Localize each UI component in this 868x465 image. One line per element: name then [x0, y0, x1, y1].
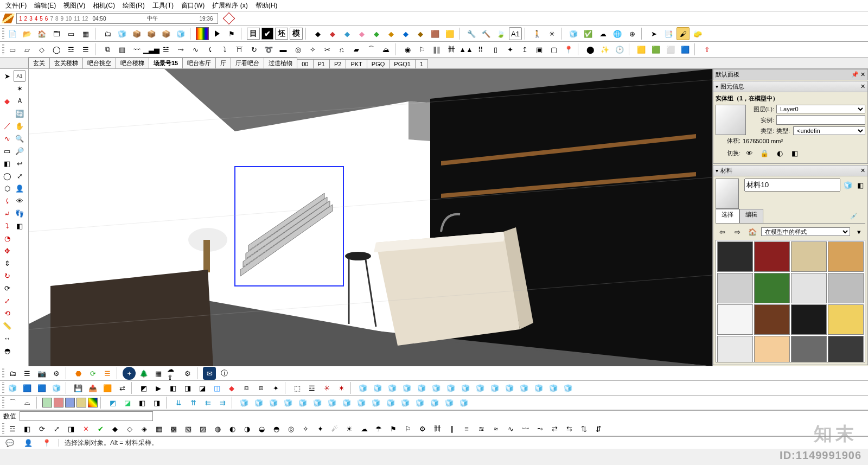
- tray-title[interactable]: 默认面板 📌 ✕: [713, 69, 868, 80]
- cubev-icon[interactable]: 🧊: [399, 396, 412, 409]
- diamond-gold-icon[interactable]: ◆: [385, 27, 398, 40]
- u5-icon[interactable]: ◆: [225, 381, 238, 394]
- new-file-icon[interactable]: 📄: [6, 27, 19, 40]
- unk-icon[interactable]: ▨: [196, 422, 209, 435]
- unk-icon[interactable]: ◓: [270, 422, 283, 435]
- cube-arr-icon[interactable]: 🧊: [459, 381, 472, 394]
- cube-arr-icon[interactable]: 🧊: [430, 381, 443, 394]
- cube-arr-icon[interactable]: 🧊: [518, 381, 531, 394]
- bridge2-icon[interactable]: ⛰: [379, 43, 392, 56]
- layers-icon[interactable]: 🗂: [101, 27, 114, 40]
- protractor-tool-icon[interactable]: ◓: [1, 345, 13, 356]
- cubev-icon[interactable]: 🧊: [457, 396, 470, 409]
- cube2-icon[interactable]: 🧊: [6, 381, 19, 394]
- prev-view-icon[interactable]: ↩: [14, 157, 25, 169]
- diamond-pink-icon[interactable]: ◆: [355, 27, 368, 40]
- unk-icon[interactable]: ⤳: [533, 422, 546, 435]
- cubev-icon[interactable]: 🧊: [443, 396, 456, 409]
- camera-icon[interactable]: 📷: [35, 367, 48, 380]
- scene-tab[interactable]: 玄关楼梯: [49, 58, 83, 68]
- sw-g-icon[interactable]: [42, 398, 52, 407]
- arc2-icon[interactable]: ⤵: [218, 43, 231, 56]
- line-tool-icon[interactable]: ／: [1, 120, 13, 132]
- person-walk-icon[interactable]: 🚶: [531, 27, 544, 40]
- bug-icon[interactable]: ✳: [545, 27, 558, 40]
- u2-icon[interactable]: ◨: [181, 381, 194, 394]
- unk-icon[interactable]: ⇆: [563, 422, 576, 435]
- unk-icon[interactable]: ◒: [255, 422, 268, 435]
- arc-tool-icon[interactable]: ⤹: [1, 195, 13, 207]
- 3dtext-tool-icon[interactable]: Ａ: [14, 95, 25, 107]
- cube-w-icon[interactable]: ⬜: [664, 43, 677, 56]
- close-icon[interactable]: ✕: [860, 83, 865, 90]
- unk-icon[interactable]: ✕: [79, 422, 92, 435]
- arc1-icon[interactable]: ⤹: [203, 43, 216, 56]
- unk-icon[interactable]: ✦: [314, 422, 327, 435]
- mv3-icon[interactable]: ◧: [136, 396, 149, 409]
- home-icon[interactable]: 🏠: [35, 27, 48, 40]
- u8-icon[interactable]: ✦: [269, 381, 282, 394]
- time-scrubber[interactable]: 1 2 3 4 5 6 7 8 9 10 11 12 04:50 中午 19:3…: [16, 13, 218, 24]
- entity-info-header[interactable]: ▾图元信息 ✕: [713, 81, 867, 92]
- diamond-green-icon[interactable]: ◆: [370, 27, 383, 40]
- material-create-icon[interactable]: 🧊: [843, 179, 853, 192]
- value-input[interactable]: [20, 411, 153, 421]
- panel-icon[interactable]: ▯: [489, 43, 502, 56]
- cube-blue-icon[interactable]: 🟦: [21, 381, 34, 394]
- cloud-up-icon[interactable]: ☁⇧: [167, 367, 180, 380]
- zoomext-tool-icon[interactable]: ⤢: [14, 170, 25, 182]
- box-icon[interactable]: ▭: [65, 27, 78, 40]
- cube-list-icon[interactable]: ☲: [305, 381, 318, 394]
- scene-tab[interactable]: P2: [329, 59, 346, 68]
- menu-help[interactable]: 帮助(H): [252, 1, 281, 11]
- stack2-icon[interactable]: ☰: [79, 43, 92, 56]
- zoomwin-tool-icon[interactable]: 🔎: [14, 145, 25, 157]
- section-tool-icon[interactable]: ◧: [14, 220, 25, 232]
- unk-icon[interactable]: ◍: [211, 422, 224, 435]
- sw-rgb-icon[interactable]: [88, 398, 98, 407]
- scene-tab[interactable]: 厅: [215, 58, 231, 68]
- unk-icon[interactable]: ▧: [182, 422, 195, 435]
- freehand-tool-icon[interactable]: ∿: [1, 132, 13, 144]
- cubev-icon[interactable]: 🧊: [311, 396, 324, 409]
- eraser2-icon[interactable]: ◆: [1, 95, 13, 107]
- unk-icon[interactable]: ⟳: [35, 422, 48, 435]
- arch-icon[interactable]: ⌒: [365, 43, 378, 56]
- sw-b-icon[interactable]: [65, 398, 75, 407]
- cubev-icon[interactable]: 🧊: [428, 396, 441, 409]
- arrgrp-icon[interactable]: ⇊: [172, 396, 185, 409]
- net2-icon[interactable]: ✶: [335, 381, 348, 394]
- cubev-icon[interactable]: 🧊: [369, 396, 382, 409]
- pan-tool-icon[interactable]: ✋: [14, 120, 25, 132]
- visible-toggle-icon[interactable]: 👁: [743, 146, 756, 160]
- material-menu-icon[interactable]: ▾: [852, 225, 865, 238]
- cubev-icon[interactable]: 🧊: [340, 396, 353, 409]
- material-swatch[interactable]: [754, 241, 790, 272]
- menu-extensions[interactable]: 扩展程序 (x): [209, 1, 251, 11]
- unk-icon[interactable]: ◨: [65, 422, 78, 435]
- arc2-tool-icon[interactable]: ⤾: [1, 207, 13, 219]
- cube-arr-icon[interactable]: 🧊: [532, 381, 545, 394]
- cube-arr-icon[interactable]: 🧊: [386, 381, 399, 394]
- cube-arr-icon[interactable]: 🧊: [444, 381, 457, 394]
- clock-icon[interactable]: 🕑: [613, 43, 626, 56]
- u3-icon[interactable]: ◪: [196, 381, 209, 394]
- unk-icon[interactable]: ◈: [138, 422, 151, 435]
- close-icon[interactable]: ✕: [860, 167, 865, 174]
- section-icon[interactable]: ✧: [306, 43, 319, 56]
- pin-icon[interactable]: 📍: [562, 43, 575, 56]
- material-swatch[interactable]: [717, 273, 753, 303]
- grip-icon[interactable]: [2, 28, 4, 39]
- box4-icon[interactable]: 📦: [145, 27, 158, 40]
- scene-tab-active[interactable]: 场景号15: [149, 58, 183, 68]
- save-icon[interactable]: 💾: [72, 381, 85, 394]
- unk-icon[interactable]: ☄: [328, 422, 341, 435]
- rect-tool-icon[interactable]: ▭: [1, 145, 13, 157]
- scale-tool-icon[interactable]: ⤢: [1, 295, 13, 307]
- select-icon[interactable]: ▭: [6, 43, 19, 56]
- column-icon[interactable]: ▥: [116, 43, 129, 56]
- flag-icon[interactable]: ⚑: [225, 27, 238, 40]
- diamond-brown-icon[interactable]: ◆: [414, 27, 427, 40]
- swap-icon[interactable]: ⇄: [116, 381, 129, 394]
- u6-icon[interactable]: ⧈: [240, 381, 253, 394]
